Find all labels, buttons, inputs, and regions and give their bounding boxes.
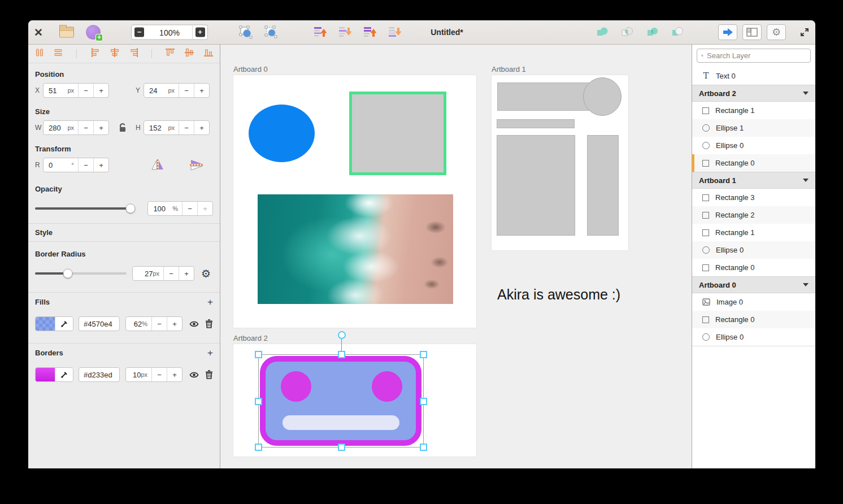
new-document-button[interactable]: +	[85, 25, 102, 40]
layer-row[interactable]: Rectangle 0	[692, 311, 815, 328]
x-increment-button[interactable]: +	[93, 84, 108, 97]
blue-ellipse-shape[interactable]	[249, 105, 315, 162]
height-decrement-button[interactable]: −	[179, 121, 194, 134]
y-value[interactable]: 24	[144, 86, 168, 95]
selection-handle-s[interactable]	[338, 444, 345, 451]
layer-row[interactable]: Rectangle 3	[692, 189, 815, 206]
height-value[interactable]: 152	[144, 124, 168, 132]
opacity-slider[interactable]	[35, 207, 135, 210]
width-decrement-button[interactable]: −	[78, 121, 93, 134]
zoom-out-button[interactable]: −	[132, 25, 147, 40]
fullscreen-button[interactable]	[797, 27, 812, 37]
layer-row[interactable]: Rectangle 1	[692, 224, 815, 241]
x-value[interactable]: 51	[44, 86, 67, 95]
raise-button[interactable]	[362, 25, 377, 39]
layer-row[interactable]: Rectangle 0	[692, 259, 815, 276]
align-center-horizontal-icon[interactable]	[109, 47, 120, 60]
settings-button[interactable]: ⚙	[767, 24, 786, 40]
difference-button[interactable]	[645, 26, 661, 38]
border-radius-slider[interactable]	[35, 272, 127, 275]
layer-row[interactable]: Rectangle 2	[692, 206, 815, 224]
border-radius-options-button[interactable]: ⚙	[201, 267, 211, 280]
height-increment-button[interactable]: +	[194, 121, 209, 134]
opacity-increment-button[interactable]: +	[197, 202, 212, 215]
selection-handle-ne[interactable]	[420, 351, 427, 358]
border-radius-value[interactable]: 27	[133, 270, 153, 278]
layer-row[interactable]: Ellipse 0	[692, 328, 815, 346]
artboard1[interactable]	[492, 75, 628, 250]
fill-alpha-increment-button[interactable]: +	[167, 317, 182, 331]
green-bordered-rectangle-shape[interactable]	[349, 92, 446, 175]
selection-handle-w[interactable]	[255, 398, 262, 405]
export-button[interactable]	[718, 24, 737, 40]
layer-search-box[interactable]	[697, 49, 811, 63]
border-radius-increment-button[interactable]: +	[179, 267, 194, 280]
layer-row[interactable]: Ellipse 1	[692, 119, 815, 137]
flip-horizontal-button[interactable]	[150, 158, 165, 172]
border-width-value[interactable]: 10	[126, 371, 141, 379]
canvas-text[interactable]: Akira is awesome :)	[497, 286, 620, 303]
align-bottom-icon[interactable]	[203, 47, 214, 60]
zoom-in-button[interactable]: +	[192, 25, 207, 40]
distribute-horizontal-icon[interactable]	[34, 47, 45, 60]
selection-handle-nw[interactable]	[255, 351, 262, 358]
fill-color-swatch[interactable]	[36, 317, 55, 331]
distribute-vertical-icon[interactable]	[53, 47, 64, 60]
layer-row[interactable]: Ellipse 0	[692, 137, 815, 154]
rotation-handle[interactable]	[338, 331, 346, 339]
union-button[interactable]	[594, 26, 610, 38]
wireframe-circle[interactable]	[583, 77, 622, 116]
zoom-level[interactable]: 100%	[147, 28, 192, 37]
layer-row[interactable]: Ellipse 0	[692, 241, 815, 259]
add-fill-button[interactable]: +	[207, 298, 213, 306]
artboard2[interactable]	[233, 344, 476, 457]
border-width-decrement-button[interactable]: −	[151, 368, 167, 381]
exclusion-button[interactable]	[670, 26, 685, 38]
artboard1-label[interactable]: Artboard 1	[492, 65, 526, 73]
opacity-value[interactable]: 100	[148, 205, 172, 213]
open-file-button[interactable]	[59, 27, 75, 38]
add-border-button[interactable]: +	[207, 349, 213, 357]
y-decrement-button[interactable]: −	[179, 84, 194, 97]
layer-group-artboard0[interactable]: Artboard 0	[692, 276, 815, 293]
border-radius-decrement-button[interactable]: −	[163, 267, 179, 280]
artboard0-label[interactable]: Artboard 0	[233, 65, 268, 73]
x-decrement-button[interactable]: −	[78, 84, 93, 97]
border-hex-field[interactable]: #d233ed	[79, 367, 120, 382]
opacity-slider-thumb[interactable]	[125, 204, 135, 214]
selection-handle-n[interactable]	[338, 351, 345, 358]
border-color-swatch[interactable]	[36, 368, 55, 381]
wireframe-large-rectangle[interactable]	[497, 135, 575, 236]
border-width-increment-button[interactable]: +	[167, 368, 182, 381]
rotation-decrement-button[interactable]: −	[78, 158, 93, 172]
rotation-increment-button[interactable]: +	[93, 158, 108, 172]
opacity-decrement-button[interactable]: −	[182, 202, 197, 215]
fill-delete-button[interactable]	[205, 319, 213, 328]
rotation-value[interactable]: 0	[44, 161, 72, 170]
fill-visibility-button[interactable]	[189, 320, 199, 328]
width-increment-button[interactable]: +	[93, 121, 108, 134]
chevron-down-icon[interactable]	[803, 92, 809, 95]
layer-group-artboard1[interactable]: Artboard 1	[692, 172, 815, 189]
group-button[interactable]	[238, 25, 254, 39]
selection-handle-e[interactable]	[420, 398, 427, 405]
y-increment-button[interactable]: +	[194, 84, 209, 97]
fill-alpha-value[interactable]: 62	[126, 320, 142, 328]
artboard2-label[interactable]: Artboard 2	[233, 334, 268, 342]
layer-search-input[interactable]	[707, 51, 806, 60]
fill-eyedropper-button[interactable]	[55, 317, 73, 331]
layer-row-text0[interactable]: T Text 0	[692, 67, 815, 85]
selection-handle-se[interactable]	[420, 444, 427, 451]
border-radius-slider-thumb[interactable]	[63, 269, 73, 279]
align-top-icon[interactable]	[164, 47, 176, 60]
wireframe-tall-rectangle[interactable]	[587, 135, 619, 236]
border-visibility-button[interactable]	[189, 371, 199, 379]
align-right-icon[interactable]	[128, 47, 140, 60]
lock-ratio-button[interactable]	[118, 123, 127, 133]
wireframe-header-rectangle[interactable]	[497, 82, 597, 111]
border-eyedropper-button[interactable]	[55, 368, 73, 381]
canvas[interactable]: Artboard 0 Artboard 1 Akira is awesome :…	[220, 45, 692, 468]
ungroup-button[interactable]	[263, 25, 279, 39]
border-delete-button[interactable]	[205, 370, 213, 379]
lower-to-bottom-button[interactable]	[386, 25, 402, 39]
